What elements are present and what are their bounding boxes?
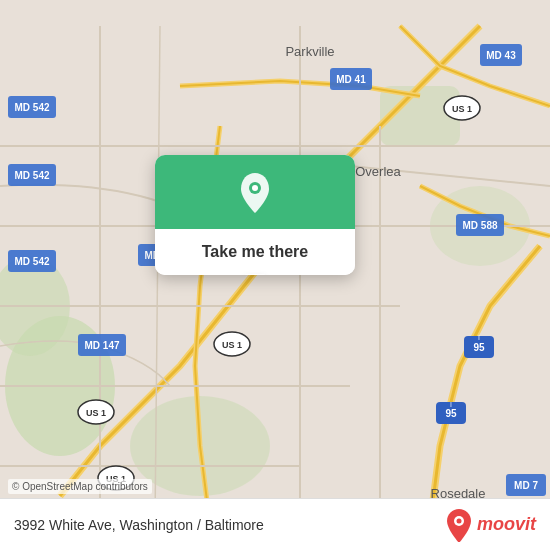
address-label: 3992 White Ave, Washington / Baltimore bbox=[14, 517, 264, 533]
svg-text:MD 43: MD 43 bbox=[486, 50, 516, 61]
svg-text:95: 95 bbox=[473, 342, 485, 353]
map-container: MD 43 MD 41 MD 542 MD 542 MD 542 MD 147 … bbox=[0, 0, 550, 550]
map-pin-icon bbox=[237, 171, 273, 215]
svg-point-42 bbox=[252, 185, 258, 191]
svg-text:MD 542: MD 542 bbox=[14, 256, 49, 267]
svg-point-44 bbox=[456, 518, 461, 523]
take-me-there-button[interactable]: Take me there bbox=[155, 229, 355, 275]
moovit-logo: moovit bbox=[445, 508, 536, 542]
svg-text:I: I bbox=[478, 334, 480, 341]
svg-text:95: 95 bbox=[445, 408, 457, 419]
moovit-pin-icon bbox=[445, 508, 473, 542]
svg-text:Parkville: Parkville bbox=[285, 44, 334, 59]
svg-text:MD 542: MD 542 bbox=[14, 102, 49, 113]
popup-header bbox=[155, 155, 355, 229]
bottom-bar: 3992 White Ave, Washington / Baltimore m… bbox=[0, 498, 550, 550]
copyright-text: © OpenStreetMap contributors bbox=[8, 479, 152, 494]
svg-text:I: I bbox=[450, 401, 452, 408]
popup-card: Take me there bbox=[155, 155, 355, 275]
svg-text:MD 41: MD 41 bbox=[336, 74, 366, 85]
svg-text:MD 147: MD 147 bbox=[84, 340, 119, 351]
map-background: MD 43 MD 41 MD 542 MD 542 MD 542 MD 147 … bbox=[0, 0, 550, 550]
svg-text:MD 588: MD 588 bbox=[462, 220, 497, 231]
svg-text:MD 7: MD 7 bbox=[514, 480, 538, 491]
svg-text:Overlea: Overlea bbox=[355, 164, 401, 179]
svg-text:MD 542: MD 542 bbox=[14, 170, 49, 181]
svg-text:US 1: US 1 bbox=[222, 340, 242, 350]
svg-text:US 1: US 1 bbox=[86, 408, 106, 418]
moovit-brand-text: moovit bbox=[477, 514, 536, 535]
popup-tail bbox=[245, 274, 265, 275]
svg-text:US 1: US 1 bbox=[452, 104, 472, 114]
